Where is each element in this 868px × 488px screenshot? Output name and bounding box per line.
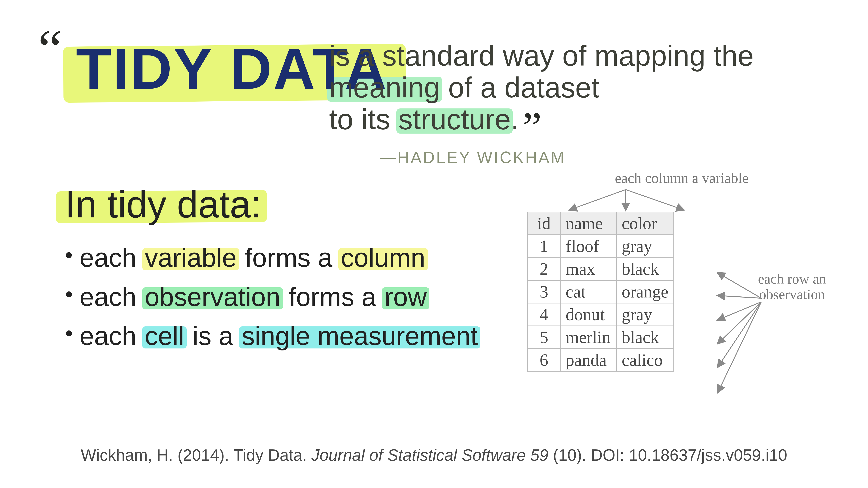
section-heading: In tidy data:	[61, 183, 265, 226]
citation-pre: Wickham, H. (2014). Tidy Data.	[81, 446, 311, 464]
quote-line1: is a standard way of mapping the	[329, 39, 754, 72]
rule-variable-column: each variable forms a column	[61, 241, 514, 275]
svg-line-7	[718, 302, 761, 367]
svg-line-2	[626, 190, 684, 210]
col-arrows-svg	[535, 188, 716, 212]
column-arrows	[535, 188, 716, 212]
table-row: 3catorange	[528, 280, 674, 303]
rule-observation-row: each observation forms a row	[61, 280, 514, 314]
svg-line-3	[718, 273, 761, 298]
svg-line-8	[718, 302, 761, 392]
rules-list: each variable forms a column each observ…	[61, 241, 514, 353]
svg-line-6	[718, 302, 761, 344]
quote-line2b: of a dataset	[440, 71, 599, 104]
hl-cell: cell	[144, 321, 185, 351]
hl-observation: observation	[144, 282, 282, 312]
quote-attribution: —HADLEY WICKHAM	[380, 148, 566, 167]
example-table: id name color 1floofgray 2maxblack 3cato…	[527, 212, 674, 372]
table-row: 5merlinblack	[528, 326, 674, 349]
hl-column: column	[340, 243, 426, 272]
table-row: 2maxblack	[528, 258, 674, 280]
table-row: 6pandacalico	[528, 349, 674, 371]
quote-hl-structure: structure	[398, 103, 511, 135]
quote-body: is a standard way of mapping the meaning…	[329, 40, 799, 135]
table-body: 1floofgray 2maxblack 3catorange 4donutgr…	[528, 235, 674, 371]
table-row: 1floofgray	[528, 235, 674, 258]
tidy-rules-section: In tidy data: each variable forms a colu…	[61, 183, 514, 358]
th-id: id	[528, 212, 560, 235]
quote-line3c: .	[511, 103, 519, 135]
hl-measurement: single measurement	[241, 321, 479, 351]
citation: Wickham, H. (2014). Tidy Data. Journal o…	[0, 446, 868, 464]
svg-line-0	[569, 190, 626, 210]
column-annotation: each column a variable	[535, 170, 828, 186]
citation-post: (10). DOI: 10.18637/jss.v059.i10	[549, 446, 787, 464]
hl-row: row	[383, 282, 428, 312]
rule-cell-measurement: each cell is a single measurement	[61, 319, 514, 353]
table-header-row: id name color	[528, 212, 674, 235]
quote-line3a: to its	[329, 103, 398, 135]
open-quote-icon: “	[38, 43, 57, 54]
svg-line-4	[718, 295, 761, 298]
citation-journal: Journal of Statistical Software 59	[311, 446, 549, 464]
row-arrows-svg	[709, 262, 817, 416]
quote-hl-meaning: meaning	[329, 71, 440, 104]
th-name: name	[560, 212, 616, 235]
table-row: 4donutgray	[528, 303, 674, 326]
th-color: color	[616, 212, 674, 235]
hl-variable: variable	[144, 243, 238, 272]
